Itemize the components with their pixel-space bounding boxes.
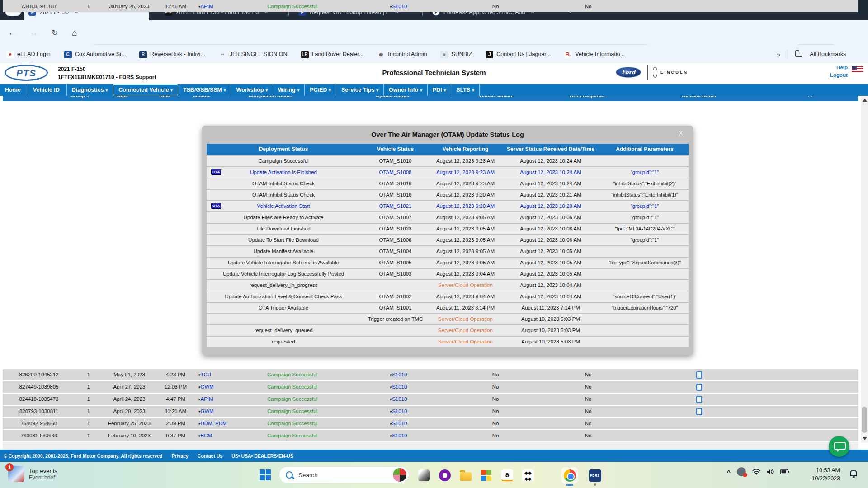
bookmark-item[interactable]: C Cox Automotive Si... [64, 51, 126, 58]
widgets-button[interactable]: 1 Top events Event brief [8, 466, 57, 482]
module-link[interactable]: TCU [201, 372, 212, 377]
nav-item[interactable]: Service Tips ▾ [336, 84, 384, 96]
nav-item[interactable]: Home [0, 84, 28, 96]
scroll-down-arrow[interactable] [863, 437, 867, 440]
battery-icon[interactable] [780, 469, 789, 474]
otam-row[interactable]: OTA OTAM Inhibit Status Check OTAM_S1016… [207, 178, 689, 189]
table-row[interactable]: 760031-933669 1 February 10, 2023 9:37 P… [3, 430, 858, 441]
taskbar-app-fdrs[interactable]: FDRS [587, 467, 603, 483]
vehicle-status[interactable]: OTAM_S1005 [360, 258, 430, 268]
chevron-icon[interactable]: ▾ [198, 5, 200, 9]
taskbar-app-dropbox[interactable]: ◆◆ ◆◆ [520, 467, 536, 483]
chevron-icon[interactable]: ▾ [390, 385, 392, 389]
vehicle-status[interactable]: OTAM_S1008 [360, 167, 430, 178]
nav-item[interactable]: Wiring ▾ [273, 84, 305, 96]
taskbar-app-store[interactable] [478, 467, 495, 483]
nav-item[interactable]: PC/ED ▾ [305, 84, 336, 96]
start-button[interactable] [260, 469, 271, 480]
wifi-icon[interactable] [752, 469, 760, 475]
modal-close-button[interactable]: X [679, 129, 683, 137]
release-notes-icon[interactable] [696, 408, 702, 415]
nav-item[interactable]: Connected Vehicle ▾ [113, 84, 178, 95]
vehicle-status[interactable]: OTAM_S1016 [360, 178, 430, 189]
vehicle-status[interactable]: OTAM_S1021 [360, 201, 430, 211]
otam-row[interactable]: OTA Trigger created on TMC Server/Cloud … [207, 314, 689, 324]
us-flag-icon[interactable] [852, 66, 863, 73]
contact-link[interactable]: Contact Us [198, 453, 222, 459]
scrollbar-thumb[interactable] [862, 407, 867, 433]
module-link[interactable]: DDM, PDM [201, 421, 227, 426]
table-row[interactable]: 734836-911187 1 January 25, 2023 11:46 A… [3, 1, 858, 12]
otam-row[interactable]: OTA Update Authorization Level & Consent… [207, 291, 689, 302]
update-status-link[interactable]: S1010 [392, 384, 407, 389]
chevron-icon[interactable]: ▾ [198, 373, 200, 377]
reload-icon[interactable]: ↻ [49, 27, 61, 39]
bookmark-item[interactable]: R ReverseRisk - Indivi... [139, 51, 205, 58]
update-status-link[interactable]: S1010 [392, 408, 407, 414]
release-notes-icon[interactable] [696, 371, 702, 379]
module-link[interactable]: GWM [201, 384, 214, 389]
chevron-icon[interactable]: ▾ [390, 434, 392, 438]
chevron-icon[interactable]: ▾ [390, 373, 392, 377]
module-link[interactable]: GWM [201, 408, 214, 414]
table-row[interactable]: 764092-954660 1 February 25, 2023 2:39 P… [3, 418, 858, 429]
taskbar-app-loop[interactable] [437, 467, 453, 483]
otam-row[interactable]: OTA File Download Finished OTAM_S1023 Au… [207, 224, 689, 234]
taskbar-app-file-explorer[interactable] [458, 467, 474, 483]
table-row[interactable]: 827449-1039805 1 April 27, 2023 12:03 PM… [3, 381, 858, 393]
taskbar-app-amazon[interactable]: a [499, 467, 515, 483]
logout-link[interactable]: Logout [830, 72, 848, 78]
release-notes-icon[interactable] [696, 396, 702, 403]
update-status-link[interactable]: S1010 [392, 372, 407, 377]
chevron-icon[interactable]: ▾ [390, 422, 392, 426]
otam-row[interactable]: OTA Update Activation is Finished OTAM_S… [207, 167, 689, 178]
bookmark-item[interactable]: •• JLR SINGLE SIGN ON [219, 51, 288, 58]
otam-row[interactable]: OTA OTA Trigger Available OTAM_S1001 Aug… [207, 303, 689, 313]
forward-icon[interactable]: → [28, 27, 40, 39]
otam-row[interactable]: OTA Update To Start File Download OTAM_S… [207, 235, 689, 245]
module-link[interactable]: APIM [201, 396, 213, 402]
nav-item[interactable]: Diagnostics ▾ [67, 84, 113, 96]
otam-row[interactable]: OTA Update Vehicle Interrogator Schema i… [207, 258, 689, 268]
otam-row[interactable]: OTA Update Vehicle Interrogator Log Succ… [207, 269, 689, 279]
otam-row[interactable]: OTA Update Files are Ready to Activate O… [207, 212, 689, 223]
otam-row[interactable]: OTA Vehicle Activation Start OTAM_S1021 … [207, 201, 689, 211]
taskbar-app-chrome[interactable] [561, 467, 578, 483]
table-row[interactable]: 820793-1030811 1 April 20, 2023 11:21 AM… [3, 406, 858, 417]
otam-row[interactable]: OTA Campaign Successful OTAM_S1010 Augus… [207, 156, 689, 166]
update-status-link[interactable]: S1010 [392, 421, 407, 426]
bookmark-item[interactable]: ≡ SUNBIZ [440, 51, 472, 58]
taskbar-search[interactable]: Search [279, 466, 409, 483]
nav-item[interactable]: Owner Info ▾ [384, 84, 428, 96]
table-row[interactable]: 826200-1045212 1 May 01, 2023 4:23 PM ▾T… [3, 369, 858, 380]
bookmark-item[interactable]: e eLEAD Login [6, 51, 51, 58]
bookmark-item[interactable]: LR Land Rover Dealer... [301, 51, 364, 58]
update-status-link[interactable]: S1010 [392, 4, 407, 9]
vehicle-status[interactable]: OTAM_S1003 [360, 269, 430, 279]
scroll-up-arrow[interactable] [863, 99, 867, 102]
vehicle-status[interactable]: Trigger created on TMC [360, 314, 430, 324]
vehicle-status[interactable]: OTAM_S1016 [360, 190, 430, 200]
nav-item[interactable]: Vehicle ID [28, 84, 67, 96]
otam-row[interactable]: OTA requested Server/Cloud Operation Aug… [207, 337, 689, 347]
chevron-icon[interactable]: ▾ [198, 385, 200, 389]
otam-row[interactable]: OTA request_delivery_in_progress Server/… [207, 280, 689, 291]
bookmark-item[interactable]: FL Vehicle Informatio... [564, 51, 625, 58]
vehicle-status[interactable]: OTAM_S1010 [360, 156, 430, 166]
otam-row[interactable]: OTA OTAM Inhibit Status Check OTAM_S1016… [207, 190, 689, 200]
vehicle-status[interactable]: OTAM_S1004 [360, 246, 430, 257]
all-bookmarks-label[interactable]: All Bookmarks [810, 51, 846, 57]
release-notes-icon[interactable] [696, 384, 702, 391]
nav-item[interactable]: PDI ▾ [428, 84, 451, 96]
module-link[interactable]: APIM [201, 4, 213, 9]
privacy-link[interactable]: Privacy [171, 453, 188, 459]
home-icon[interactable]: ⌂ [69, 27, 80, 39]
vehicle-status[interactable]: OTAM_S1023 [360, 224, 430, 234]
vehicle-status[interactable]: OTAM_S1007 [360, 212, 430, 223]
otam-row[interactable]: OTA request_delivery_queued Server/Cloud… [207, 325, 689, 336]
nav-item[interactable]: TSB/GSB/SSM ▾ [178, 84, 231, 96]
table-row[interactable]: 824418-1035473 1 April 24, 2023 4:47 PM … [3, 394, 858, 405]
vehicle-status[interactable]: OTAM_S1006 [360, 235, 430, 245]
chevron-icon[interactable]: ▾ [390, 5, 392, 9]
help-link[interactable]: Help [836, 65, 848, 70]
